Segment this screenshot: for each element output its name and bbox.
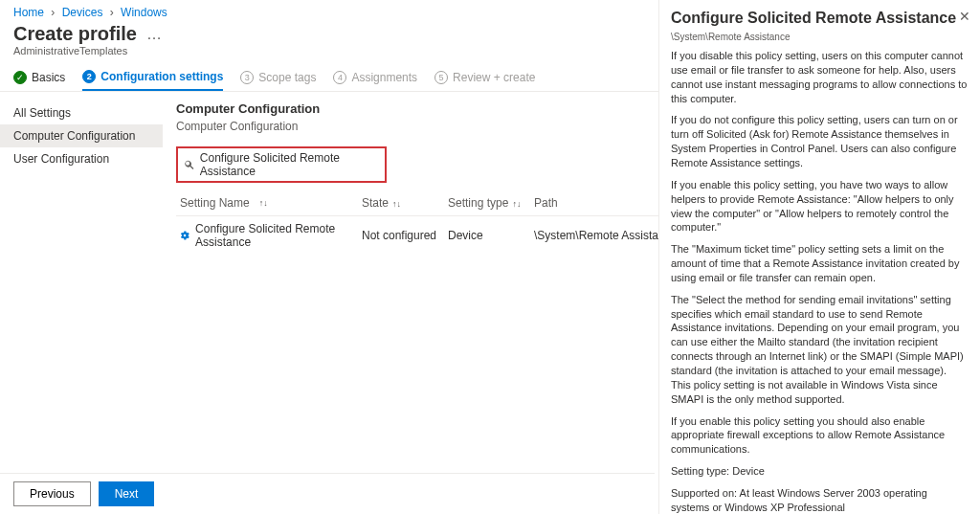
- panel-setting-type: Setting type: Device: [671, 464, 969, 479]
- gear-icon: [180, 230, 189, 241]
- sidebar-item-user-configuration[interactable]: User Configuration: [0, 147, 163, 170]
- step-label: Assignments: [351, 71, 417, 84]
- sort-icon: ↑↓: [259, 198, 268, 208]
- check-icon: ✓: [13, 71, 27, 84]
- step-label: Review + create: [453, 71, 535, 84]
- step-number: 4: [333, 71, 346, 84]
- step-scope-tags[interactable]: 3 Scope tags: [240, 70, 316, 91]
- panel-desc: If you enable this policy setting you sh…: [671, 414, 969, 458]
- row-type: Device: [448, 229, 534, 242]
- setting-detail-panel: ✕ Configure Solicited Remote Assistance …: [658, 0, 980, 514]
- panel-supported-on: Supported on: At least Windows Server 20…: [671, 486, 969, 514]
- panel-title: Configure Solicited Remote Assistance: [671, 8, 969, 29]
- settings-search-input[interactable]: Configure Solicited Remote Assistance: [176, 146, 387, 183]
- wizard-footer: Previous Next: [0, 473, 655, 514]
- close-icon[interactable]: ✕: [959, 8, 970, 26]
- chevron-right-icon: ›: [51, 6, 55, 19]
- step-number: 3: [240, 71, 254, 84]
- settings-sidebar: All Settings Computer Configuration User…: [0, 92, 163, 436]
- breadcrumb-devices[interactable]: Devices: [62, 6, 103, 19]
- sort-icon: ↑↓: [512, 199, 521, 209]
- row-setting-name: Configure Solicited Remote Assistance: [195, 222, 362, 249]
- step-label: Basics: [32, 71, 65, 84]
- col-setting-name[interactable]: Setting Name↑↓: [180, 196, 362, 210]
- panel-desc: If you enable this policy setting, you h…: [671, 178, 969, 235]
- panel-desc: If you disable this policy setting, user…: [671, 49, 969, 105]
- col-state[interactable]: State↑↓: [362, 196, 448, 210]
- row-state: Not configured: [362, 229, 448, 242]
- step-number: 2: [82, 70, 96, 83]
- sidebar-item-all-settings[interactable]: All Settings: [0, 101, 163, 124]
- step-assignments[interactable]: 4 Assignments: [333, 70, 417, 91]
- search-value: Configure Solicited Remote Assistance: [200, 151, 379, 178]
- next-button[interactable]: Next: [99, 481, 155, 506]
- panel-path: \System\Remote Assistance: [671, 31, 969, 44]
- page-title: Create profile: [13, 23, 137, 45]
- sort-icon: ↑↓: [392, 199, 401, 209]
- search-icon: [184, 159, 194, 170]
- step-label: Scope tags: [258, 71, 316, 84]
- previous-button[interactable]: Previous: [13, 481, 91, 506]
- chevron-right-icon: ›: [110, 6, 114, 19]
- step-number: 5: [434, 71, 448, 84]
- panel-desc: The "Select the method for sending email…: [671, 293, 969, 407]
- step-configuration-settings[interactable]: 2 Configuration settings: [82, 70, 223, 91]
- panel-desc: The "Maximum ticket time" policy setting…: [671, 242, 969, 285]
- panel-desc: If you do not configure this policy sett…: [671, 113, 969, 169]
- step-label: Configuration settings: [100, 70, 223, 83]
- breadcrumb-home[interactable]: Home: [13, 6, 44, 19]
- col-setting-type[interactable]: Setting type↑↓: [448, 196, 534, 210]
- sidebar-item-computer-configuration[interactable]: Computer Configuration: [0, 124, 163, 147]
- step-basics[interactable]: ✓ Basics: [13, 70, 65, 91]
- breadcrumb-windows[interactable]: Windows: [121, 6, 167, 19]
- more-actions-button[interactable]: …: [146, 26, 162, 43]
- step-review-create[interactable]: 5 Review + create: [434, 70, 535, 91]
